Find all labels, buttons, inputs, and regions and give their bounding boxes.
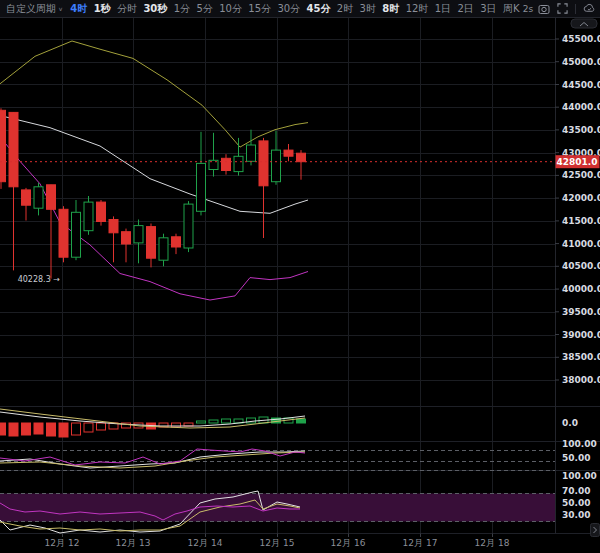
chevron-down-icon: ∨ xyxy=(58,5,63,11)
price-axis-label: 45500.0 xyxy=(562,34,600,44)
kdj-axis-label: 30.00 xyxy=(562,510,590,520)
price-axis-label: 38500.0 xyxy=(562,352,600,362)
custom-period-label: 自定义周期 xyxy=(6,2,56,16)
oscillator-bar xyxy=(34,423,43,434)
lowest-price-label: 40228.3 → xyxy=(18,275,61,284)
price-axis-label: 41500.0 xyxy=(562,216,600,226)
price-axis-label: 38000.0 xyxy=(562,375,600,385)
period-button-3日[interactable]: 3日 xyxy=(477,2,500,16)
candle-body xyxy=(9,112,18,186)
period-button-4时[interactable]: 4时 xyxy=(67,2,90,16)
candle-body xyxy=(0,110,6,181)
candle-body xyxy=(134,226,143,243)
candle-body xyxy=(284,150,293,156)
candle-body xyxy=(22,190,31,205)
custom-period-menu[interactable]: 自定义周期 ∨ xyxy=(0,2,67,16)
candle-body xyxy=(272,150,281,182)
price-axis-label: 39000.0 xyxy=(562,330,600,340)
rsi-axis-label: 50.00 xyxy=(562,453,590,463)
period-button-分时[interactable]: 分时 xyxy=(114,2,140,16)
screenshot-camera-icon[interactable] xyxy=(537,2,551,16)
period-button-8时[interactable]: 8时 xyxy=(379,2,402,16)
oscillator-bar xyxy=(59,423,68,437)
fullscreen-icon[interactable] xyxy=(555,2,569,16)
price-axis-label: 39500.0 xyxy=(562,307,600,317)
candle-body xyxy=(297,153,306,162)
date-axis-label: 12月 13 xyxy=(116,538,151,548)
oscillator-bar xyxy=(97,423,106,430)
date-axis[interactable]: 12月 1212月 1312月 1412月 1512月 1612月 1712月 … xyxy=(45,534,510,549)
period-button-2日[interactable]: 2日 xyxy=(454,2,477,16)
period-button-2时[interactable]: 2时 xyxy=(334,2,357,16)
cloud-save-icon[interactable] xyxy=(582,2,596,16)
expand-pane-button[interactable] xyxy=(591,524,600,537)
period-button-30分[interactable]: 30分 xyxy=(274,2,303,16)
candle-body xyxy=(34,187,43,208)
toolbar-divider xyxy=(575,4,576,14)
date-axis-label: 12月 12 xyxy=(45,538,80,548)
period-button-10分[interactable]: 10分 xyxy=(216,2,245,16)
period-button-15分[interactable]: 15分 xyxy=(245,2,274,16)
candlestick-chart-canvas[interactable]: 40228.3 →45500.045000.044500.044000.0435… xyxy=(0,0,600,553)
candle-body xyxy=(97,202,106,221)
candle-body xyxy=(172,237,181,247)
oscillator-bar xyxy=(0,423,6,435)
date-axis-label: 12月 15 xyxy=(260,538,295,548)
oscillator-bar xyxy=(22,423,31,435)
boll-upper-line xyxy=(0,41,308,147)
price-axis-label: 40000.0 xyxy=(562,284,600,294)
candle-body xyxy=(109,220,118,233)
period-button-30秒[interactable]: 30秒 xyxy=(140,2,170,16)
candle-body xyxy=(234,156,243,171)
price-axis-label: 42000.0 xyxy=(562,193,600,203)
oscillator-bar xyxy=(9,423,18,436)
period-button-3时[interactable]: 3时 xyxy=(356,2,379,16)
date-axis-label: 12月 16 xyxy=(331,538,366,548)
candle-body xyxy=(72,212,81,257)
period-button-5分[interactable]: 5分 xyxy=(193,2,216,16)
oscillator-bar xyxy=(297,419,306,423)
price-axis-label: 40500.0 xyxy=(562,261,600,271)
period-button-1分[interactable]: 1分 xyxy=(170,2,193,16)
date-axis-label: 12月 17 xyxy=(403,538,438,548)
candlestick-layer xyxy=(0,108,306,278)
oscillator-pane xyxy=(0,409,306,437)
collapse-chart-button[interactable] xyxy=(571,19,597,28)
kdj-axis-label: 50.00 xyxy=(562,498,590,508)
price-axis-label: 43500.0 xyxy=(562,125,600,135)
oscillator-bar xyxy=(197,421,206,423)
oscillator-bar xyxy=(84,423,93,432)
period-buttons: 4时1秒分时30秒1分5分10分15分30分45分2时3时8时12时1日2日3日… xyxy=(67,2,523,16)
candle-body xyxy=(47,185,56,210)
date-axis-label: 12月 18 xyxy=(475,538,510,548)
date-axis-label: 12月 14 xyxy=(188,538,223,548)
period-button-1日[interactable]: 1日 xyxy=(432,2,455,16)
price-axis[interactable]: 45500.045000.044500.044000.043500.043000… xyxy=(555,34,600,520)
candle-body xyxy=(122,232,131,244)
candle-body xyxy=(84,202,93,231)
rsi-line-yellow xyxy=(0,452,305,468)
period-button-1秒[interactable]: 1秒 xyxy=(90,2,113,16)
grid-layer xyxy=(0,18,600,534)
period-button-周K[interactable]: 周K xyxy=(500,2,523,16)
oscillator-bar xyxy=(72,423,81,435)
kdj-axis-label: 70.00 xyxy=(562,486,590,496)
price-axis-label: 44500.0 xyxy=(562,80,600,90)
oscillator-axis-label: 0.0 xyxy=(562,418,578,428)
candle-body xyxy=(222,158,231,170)
period-button-12时[interactable]: 12时 xyxy=(402,2,431,16)
kdj-band xyxy=(0,494,555,522)
oscillator-bar xyxy=(222,419,231,423)
candle-body xyxy=(247,145,256,161)
candle-body xyxy=(147,227,156,259)
candle-body xyxy=(59,209,68,257)
oscillator-bar xyxy=(47,423,56,436)
current-price-tag-text: 42801.0 xyxy=(557,157,598,167)
price-axis-label: 45000.0 xyxy=(562,57,600,67)
price-axis-label: 42500.0 xyxy=(562,170,600,180)
candle-body xyxy=(259,141,268,186)
period-button-45分[interactable]: 45分 xyxy=(303,2,333,16)
price-axis-label: 41000.0 xyxy=(562,239,600,249)
toolbar-right-group: 2s 未命名 ∨ 下单 xyxy=(523,1,600,17)
candle-body xyxy=(159,238,168,260)
